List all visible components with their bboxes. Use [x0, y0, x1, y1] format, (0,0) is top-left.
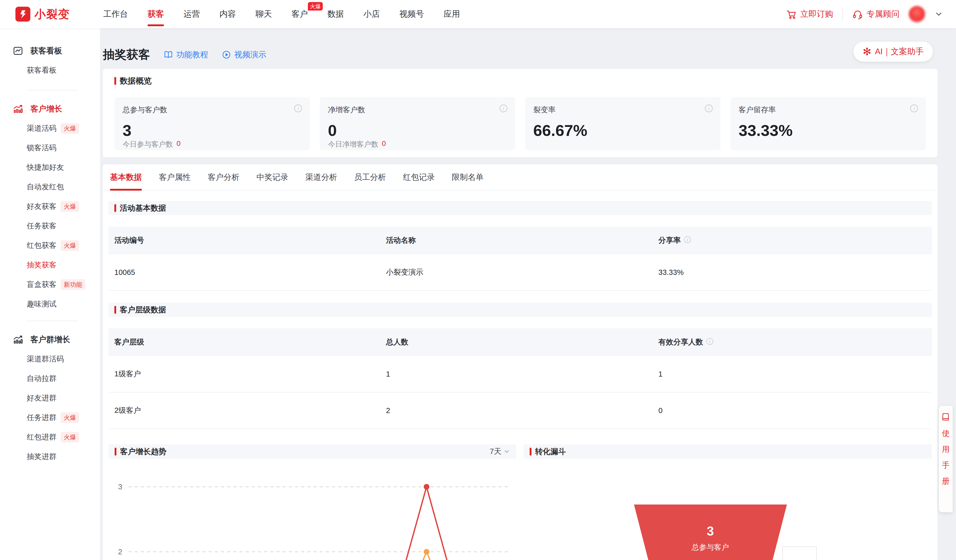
conversion-funnel-chart[interactable]: 3 总参与客户 [524, 463, 932, 560]
sidebar-item-auto-redpacket[interactable]: 自动发红包 [0, 177, 100, 197]
chevron-down-icon [503, 448, 510, 455]
sidebar-item-kanban[interactable]: 获客看板 [0, 61, 100, 80]
sidebar-item-blindbox-acquisition[interactable]: 盲盒获客 新功能 [0, 275, 100, 294]
data-point[interactable] [424, 549, 429, 555]
tutorial-link[interactable]: 功能教程 [164, 49, 208, 60]
nav-item-workbench[interactable]: 工作台 [103, 0, 128, 28]
order-now-button[interactable]: 立即订购 [786, 8, 833, 20]
data-point[interactable] [424, 484, 429, 489]
sidebar-item-label: 盲盒获客 [27, 279, 57, 290]
nav-items: 工作台 获客 运营 内容 聊天 客户 火爆 数据 小店 视频号 应用 [103, 0, 460, 28]
manual-char: 册 [942, 477, 950, 485]
stat-footer-value: 0 [176, 140, 181, 149]
stat-footer-label: 今日净增客户数 [328, 140, 378, 149]
manual-book-icon [941, 412, 950, 421]
sidebar-item-quick-add[interactable]: 快捷加好友 [0, 158, 100, 177]
info-icon[interactable]: i [704, 104, 714, 114]
nav-item-apps[interactable]: 应用 [443, 0, 460, 28]
nav-item-shop[interactable]: 小店 [363, 0, 380, 28]
stat-value: 33.33% [739, 121, 918, 140]
sidebar-item-redpacket-acquisition[interactable]: 红包获客 火爆 [0, 236, 100, 255]
tutorial-link-label: 功能教程 [176, 49, 208, 60]
brand-logo[interactable]: 小裂变 [16, 7, 70, 22]
sidebar-section-kanban[interactable]: 获客看板 [0, 41, 100, 61]
stat-footer: 今日参与客户数 0 [123, 140, 302, 149]
col-total-count: 总人数 [386, 337, 659, 347]
sidebar-item-friend-acquisition[interactable]: 好友获客 火爆 [0, 197, 100, 216]
sidebar-item-fun-test[interactable]: 趣味测试 [0, 294, 100, 314]
sidebar-item-lottery-acquisition[interactable]: 抽奖获客 [0, 255, 100, 275]
avatar[interactable] [909, 6, 925, 22]
stat-label: 净增客户数 [328, 105, 507, 115]
sidebar-item-auto-group[interactable]: 自动拉群 [0, 369, 100, 388]
new-badge: 新功能 [61, 279, 85, 290]
video-demo-link[interactable]: 视频演示 [222, 49, 266, 60]
nav-item-acquisition[interactable]: 获客 [148, 0, 164, 28]
nav-item-content[interactable]: 内容 [220, 0, 236, 28]
stat-label: 裂变率 [533, 105, 712, 115]
stat-label: 客户留存率 [739, 105, 918, 115]
info-icon[interactable]: i [499, 104, 508, 114]
sidebar-item-channel-code[interactable]: 渠道活码 火爆 [0, 119, 100, 138]
tab-winning-records[interactable]: 中奖记录 [256, 165, 288, 190]
nav-item-video[interactable]: 视频号 [399, 0, 424, 28]
chevron-down-icon[interactable] [934, 10, 943, 19]
sidebar-section-customer-growth[interactable]: 客户增长 [0, 99, 100, 119]
main-content: 抽奖获客 功能教程 视频演示 ✻ AI｜文案助手 数据概览 总参与客户数 i 3… [100, 28, 956, 560]
tab-customer-analysis[interactable]: 客户分析 [208, 165, 239, 190]
sidebar-item-lottery-join-group[interactable]: 抽奖进群 [0, 447, 100, 466]
user-manual-tab[interactable]: 使 用 手 册 [939, 406, 953, 512]
svg-text:i: i [297, 106, 299, 111]
overview-section-title: 数据概览 [114, 75, 926, 86]
sidebar-divider [27, 90, 78, 90]
tab-customer-attributes[interactable]: 客户属性 [159, 165, 191, 190]
info-icon[interactable]: i [909, 104, 919, 114]
table-row: 2级客户 2 0 [108, 392, 932, 429]
top-navigation: 小裂变 工作台 获客 运营 内容 聊天 客户 火爆 数据 小店 视频号 应用 立… [0, 0, 956, 28]
sidebar-section-group-growth[interactable]: 客户群增长 [0, 330, 100, 349]
stat-card-retention-rate: 客户留存率 i 33.33% [730, 97, 926, 150]
growth-trend-chart[interactable]: 32 [108, 463, 516, 560]
level-table-header: 客户层级 总人数 有效分享人数 i [108, 328, 932, 356]
stat-card-net-new: 净增客户数 i 0 今日净增客户数 0 [320, 97, 515, 150]
nav-item-chat[interactable]: 聊天 [255, 0, 272, 28]
hot-badge: 火爆 [61, 201, 79, 212]
tab-redpacket-records[interactable]: 红包记录 [403, 165, 435, 190]
tab-basic-data[interactable]: 基本数据 [110, 165, 142, 190]
sidebar-item-friend-join-group[interactable]: 好友进群 [0, 388, 100, 408]
sidebar-item-lock-code[interactable]: 锁客活码 [0, 138, 100, 158]
tab-channel-analysis[interactable]: 渠道分析 [305, 165, 337, 190]
stat-footer-label: 今日参与客户数 [123, 140, 173, 149]
hot-badge: 火爆 [61, 123, 79, 134]
range-selector[interactable]: 7天 [490, 447, 510, 457]
info-icon[interactable]: i [294, 104, 303, 114]
info-icon[interactable]: i [683, 235, 692, 246]
nav-item-data[interactable]: 数据 [327, 0, 344, 28]
tab-staff-analysis[interactable]: 员工分析 [354, 165, 386, 190]
svg-text:i: i [503, 106, 504, 111]
range-selector-value: 7天 [490, 447, 502, 457]
advisor-button[interactable]: 专属顾问 [852, 8, 899, 20]
order-now-label: 立即订购 [800, 8, 833, 20]
tab-restricted-list[interactable]: 限制名单 [452, 165, 484, 190]
col-activity-id: 活动编号 [108, 235, 386, 246]
funnel-section-title: 转化漏斗 [524, 444, 932, 459]
nav-item-operation[interactable]: 运营 [184, 0, 200, 28]
charts-zone: 32 3 总参与客户 [103, 463, 937, 560]
page-title: 抽奖获客 [103, 47, 150, 63]
sidebar-divider [27, 321, 78, 321]
sidebar-item-group-channel-code[interactable]: 渠道群活码 [0, 349, 100, 369]
funnel-stage-value: 3 [707, 524, 714, 538]
sidebar-item-task-join-group[interactable]: 任务进群 火爆 [0, 408, 100, 427]
red-accent-bar [114, 77, 116, 85]
sidebar-item-label: 好友获客 [27, 201, 57, 212]
level-section-label: 客户层级数据 [120, 305, 166, 315]
sidebar-item-redpacket-join-group[interactable]: 红包进群 火爆 [0, 427, 100, 447]
brand-name: 小裂变 [35, 7, 70, 22]
nav-item-customer[interactable]: 客户 火爆 [291, 0, 308, 28]
sidebar-item-task-acquisition[interactable]: 任务获客 [0, 216, 100, 236]
info-icon[interactable]: i [706, 337, 714, 347]
video-demo-label: 视频演示 [234, 49, 266, 60]
ai-copy-assistant-button[interactable]: ✻ AI｜文案助手 [854, 42, 933, 62]
cell-total: 2 [386, 406, 659, 415]
